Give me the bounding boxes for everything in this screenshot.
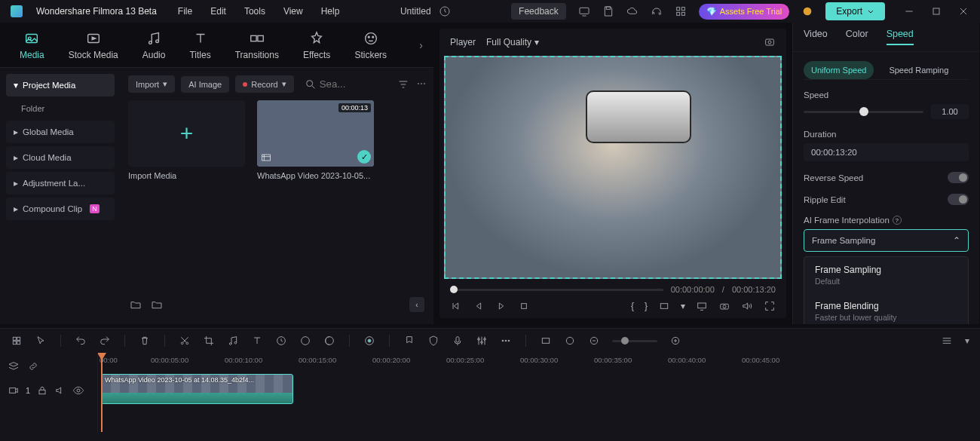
play-back-icon[interactable] bbox=[473, 300, 485, 312]
import-media-card[interactable]: + Import Media bbox=[128, 100, 245, 180]
interp-select[interactable]: Frame Sampling⌃ bbox=[804, 229, 969, 252]
fit-icon[interactable] bbox=[540, 335, 552, 347]
media-clip-card[interactable]: 00:00:13 ✓ WhatsApp Video 2023-10-05... bbox=[257, 100, 374, 180]
zoom-in-icon[interactable] bbox=[669, 335, 681, 347]
timeline-ruler[interactable]: 00:00 00:00:05:00 00:00:10:00 00:00:15:0… bbox=[98, 353, 980, 371]
folder-icon[interactable] bbox=[151, 299, 163, 311]
speed-value[interactable]: 1.00 bbox=[931, 104, 969, 119]
list-view-icon[interactable] bbox=[941, 335, 953, 347]
crop-icon[interactable] bbox=[203, 335, 215, 347]
tab-audio[interactable]: Audio bbox=[133, 30, 175, 60]
text-icon[interactable] bbox=[251, 335, 263, 347]
sidebar-global-media[interactable]: ▸ Global Media bbox=[6, 121, 115, 143]
minimize-icon[interactable] bbox=[903, 5, 915, 17]
export-button[interactable]: Export bbox=[825, 2, 885, 20]
tab-effects[interactable]: Effects bbox=[294, 30, 339, 60]
record-button[interactable]: Record ▾ bbox=[235, 75, 293, 93]
grid-icon[interactable] bbox=[675, 5, 687, 17]
ai-image-button[interactable]: AI Image bbox=[181, 76, 229, 93]
search-input[interactable] bbox=[320, 78, 350, 90]
feedback-button[interactable]: Feedback bbox=[511, 3, 566, 20]
option-frame-blending[interactable]: Frame Blending Faster but lower quality bbox=[804, 293, 968, 324]
mixer-icon[interactable] bbox=[476, 335, 488, 347]
quality-select[interactable]: Full Quality ▾ bbox=[486, 37, 539, 47]
sidebar-compound-clip[interactable]: ▸ Compound ClipN bbox=[6, 198, 115, 220]
assets-trial-button[interactable]: 💎 Assets Free Trial bbox=[699, 4, 790, 20]
mode-speed-ramping[interactable]: Speed Ramping bbox=[881, 61, 949, 79]
monitor-icon[interactable] bbox=[578, 5, 590, 17]
adjust-icon[interactable] bbox=[323, 335, 335, 347]
duration-value[interactable]: 00:00:13:20 bbox=[804, 143, 969, 161]
shield-icon[interactable] bbox=[427, 335, 439, 347]
menu-view[interactable]: View bbox=[283, 6, 303, 17]
menu-tools[interactable]: Tools bbox=[244, 6, 265, 17]
mark-out-icon[interactable]: } bbox=[645, 301, 648, 311]
marker-icon[interactable] bbox=[403, 335, 415, 347]
save-icon[interactable] bbox=[602, 5, 614, 17]
insp-tab-video[interactable]: Video bbox=[804, 29, 828, 45]
select-tool-icon[interactable] bbox=[11, 335, 23, 347]
collapse-icon[interactable]: ‹ bbox=[409, 297, 424, 312]
notification-icon[interactable] bbox=[801, 5, 813, 17]
ai-tool-icon[interactable] bbox=[363, 335, 375, 347]
tab-titles[interactable]: Titles bbox=[180, 30, 219, 60]
link-icon[interactable] bbox=[27, 360, 39, 372]
play-icon[interactable] bbox=[495, 300, 507, 312]
delete-icon[interactable] bbox=[139, 335, 151, 347]
zoom-circle-icon[interactable] bbox=[564, 335, 576, 347]
sidebar-cloud-media[interactable]: ▸ Cloud Media bbox=[6, 146, 115, 169]
sidebar-project-media[interactable]: ▾ Project Media bbox=[6, 74, 115, 96]
ratio-icon[interactable] bbox=[658, 300, 670, 312]
display-icon[interactable] bbox=[696, 300, 708, 312]
playhead[interactable] bbox=[101, 353, 103, 432]
fullscreen-icon[interactable] bbox=[764, 300, 776, 312]
volume-icon[interactable] bbox=[741, 300, 753, 312]
mic-icon[interactable] bbox=[452, 335, 464, 347]
mark-in-icon[interactable]: { bbox=[631, 301, 634, 311]
scrub-bar[interactable] bbox=[450, 289, 663, 291]
speed-slider[interactable] bbox=[804, 111, 923, 113]
ratio-chevron-icon[interactable]: ▾ bbox=[681, 301, 685, 311]
keyframe-icon[interactable] bbox=[500, 335, 512, 347]
redo-icon[interactable] bbox=[99, 335, 111, 347]
speed-icon[interactable] bbox=[275, 335, 287, 347]
prev-frame-icon[interactable] bbox=[450, 300, 462, 312]
zoom-slider[interactable] bbox=[612, 340, 657, 342]
headphones-icon[interactable] bbox=[651, 5, 663, 17]
maximize-icon[interactable] bbox=[930, 5, 942, 17]
timeline-clip[interactable]: WhatsApp Video 2023-10-05 at 14.08.35_4b… bbox=[101, 374, 293, 404]
lock-icon[interactable] bbox=[36, 384, 48, 397]
tab-stickers[interactable]: Stickers bbox=[345, 30, 396, 60]
toolbar-more-icon[interactable]: ▾ bbox=[965, 335, 969, 346]
tabs-next-icon[interactable]: › bbox=[419, 39, 423, 51]
undo-icon[interactable] bbox=[75, 335, 87, 347]
help-icon[interactable]: ? bbox=[893, 216, 902, 225]
sidebar-folder[interactable]: Folder bbox=[6, 100, 115, 118]
import-button[interactable]: Import ▾ bbox=[128, 75, 175, 93]
tab-media[interactable]: Media bbox=[11, 30, 54, 60]
menu-file[interactable]: File bbox=[178, 6, 192, 17]
cut-icon[interactable] bbox=[179, 335, 191, 347]
zoom-out-icon[interactable] bbox=[588, 335, 600, 347]
music-icon[interactable] bbox=[227, 335, 239, 347]
mode-uniform-speed[interactable]: Uniform Speed bbox=[804, 61, 874, 79]
preview-canvas[interactable] bbox=[444, 56, 782, 279]
snapshot-icon[interactable] bbox=[764, 36, 776, 48]
insp-tab-speed[interactable]: Speed bbox=[887, 29, 914, 45]
menu-edit[interactable]: Edit bbox=[210, 6, 226, 17]
eye-icon[interactable] bbox=[72, 384, 84, 397]
video-track-head[interactable]: 1 bbox=[8, 380, 90, 401]
filter-icon[interactable] bbox=[397, 78, 409, 90]
camera-icon[interactable] bbox=[718, 300, 730, 312]
timeline-layers-icon[interactable] bbox=[8, 360, 20, 372]
reverse-toggle[interactable] bbox=[948, 172, 969, 183]
color-icon[interactable] bbox=[299, 335, 311, 347]
tab-transitions[interactable]: Transitions bbox=[226, 30, 288, 60]
more-icon[interactable]: ⋯ bbox=[417, 78, 426, 90]
menu-help[interactable]: Help bbox=[321, 6, 340, 17]
mute-icon[interactable] bbox=[54, 384, 66, 397]
cloud-icon[interactable] bbox=[626, 5, 639, 17]
folder-add-icon[interactable] bbox=[130, 299, 142, 311]
close-icon[interactable] bbox=[957, 5, 969, 17]
tab-stock-media[interactable]: Stock Media bbox=[60, 30, 127, 60]
